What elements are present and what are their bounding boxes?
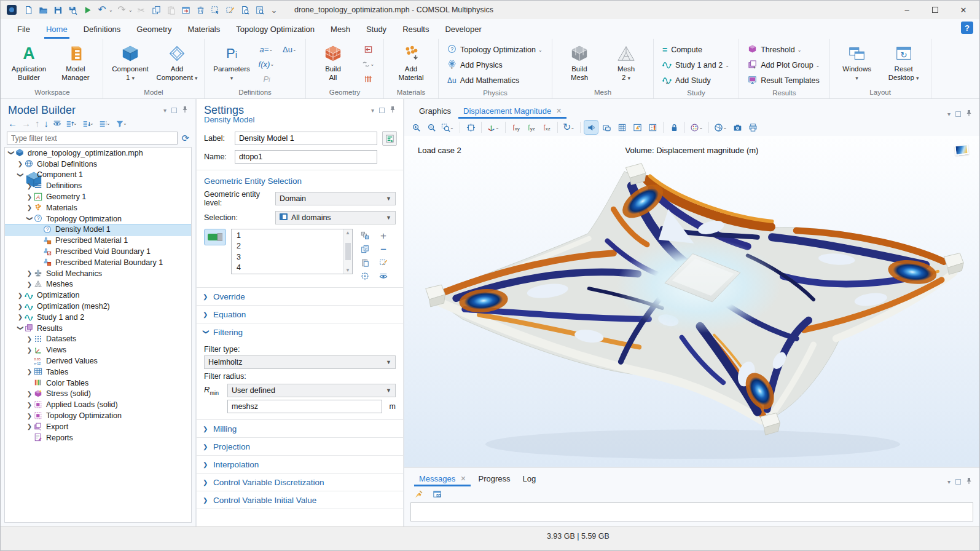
messages-tab-log[interactable]: Log xyxy=(517,470,543,486)
tree-expander-icon[interactable]: ❯ xyxy=(26,368,33,375)
minimize-button[interactable]: – xyxy=(895,2,919,18)
pin-panel-icon[interactable] xyxy=(966,109,972,119)
filter-type-dropdown[interactable]: Helmholtz▼ xyxy=(204,355,396,369)
label-field[interactable] xyxy=(235,132,377,145)
tree-item-materials[interactable]: ❯Materials xyxy=(5,202,191,213)
messages-content[interactable] xyxy=(410,502,973,521)
ribbon-tab-geometry[interactable]: Geometry xyxy=(128,19,179,39)
go-to-source-button[interactable] xyxy=(382,131,397,146)
view-yz-icon[interactable]: yz xyxy=(525,121,538,134)
new-file-icon[interactable] xyxy=(22,3,35,17)
filter-icon[interactable]: ⌄ xyxy=(116,119,128,128)
add-study-button[interactable]: Add Study xyxy=(659,73,734,88)
section-control-variable-discretization[interactable]: ❯Control Variable Discretization xyxy=(197,473,403,491)
tree-item-applied-loads-solid[interactable]: ❯Applied Loads (solid) xyxy=(5,399,191,410)
redo-icon[interactable]: ↷ xyxy=(115,3,128,17)
close-tab-icon[interactable]: ✕ xyxy=(460,475,466,483)
float-panel-icon[interactable] xyxy=(955,479,961,485)
save-and-find-icon[interactable] xyxy=(66,3,79,17)
tree-item-study-1-and-2[interactable]: ❯Study 1 and 2 xyxy=(5,312,191,323)
tree-expander-icon[interactable]: ❯ xyxy=(26,194,33,200)
environment-reflections-icon[interactable] xyxy=(600,121,613,134)
threshold-button[interactable]: Threshold⌄ xyxy=(744,42,824,57)
filter-radius-mode-dropdown[interactable]: User defined▼ xyxy=(227,384,396,397)
selection-list-item[interactable]: 1 xyxy=(232,230,343,241)
add-mathematics-button[interactable]: ΔuAdd Mathematics xyxy=(444,73,547,88)
add-plot-group-button[interactable]: Add Plot Group⌄ xyxy=(744,58,824,73)
tree-expander-icon[interactable]: ❯ xyxy=(26,270,33,277)
float-panel-icon[interactable] xyxy=(955,111,961,117)
graphics-tab-displacement-magnitude[interactable]: Displacement Magnitude✕ xyxy=(457,103,568,119)
tree-expander-icon[interactable]: ❯ xyxy=(26,204,33,211)
add-material-button[interactable]: AddMaterial xyxy=(389,41,433,82)
ribbon-tab-definitions[interactable]: Definitions xyxy=(76,19,129,39)
run-icon[interactable] xyxy=(80,3,94,17)
tree-item-solid-mechanics[interactable]: ❯Solid Mechanics xyxy=(5,268,191,279)
tree-expander-icon[interactable]: ❯ xyxy=(26,281,33,288)
active-toggle[interactable] xyxy=(204,229,226,245)
tree-item-color-tables[interactable]: Color Tables xyxy=(5,378,191,389)
ribbon-tab-topology-optimization[interactable]: Topology Optimization xyxy=(228,19,323,39)
move-up-icon[interactable]: ↑ xyxy=(35,119,40,128)
add-component-button[interactable]: AddComponent ▾ xyxy=(155,41,199,82)
tree-item-results[interactable]: ❯Results xyxy=(5,323,191,334)
tree-item-density-model-1[interactable]: ?Density Model 1 xyxy=(5,224,191,236)
add-to-selection-icon[interactable]: + xyxy=(376,229,391,242)
expand-all-icon[interactable]: ⌄ xyxy=(82,119,95,128)
save-icon[interactable] xyxy=(51,3,65,17)
tree-item-datasets[interactable]: ❯Datasets xyxy=(5,334,191,345)
tree-item-export[interactable]: ❯Export xyxy=(5,421,191,432)
add-physics-button[interactable]: Add Physics xyxy=(444,58,547,73)
open-file-icon[interactable] xyxy=(36,3,50,17)
tree-item-global-definitions[interactable]: ❯Global Definitions xyxy=(5,159,191,170)
zoom-extents-icon[interactable] xyxy=(464,121,477,134)
variant-button[interactable]: ⌄ xyxy=(358,57,378,71)
tree-expander-icon[interactable]: ❯ xyxy=(26,336,33,343)
customize-toolbar-icon[interactable]: ⌄ xyxy=(267,3,281,17)
reset-desktop-button[interactable]: ↻ResetDesktop ▾ xyxy=(882,41,926,82)
remove-from-selection-icon[interactable]: − xyxy=(376,243,391,255)
partition-button[interactable] xyxy=(358,72,378,86)
tree-item-optimization-mesh2[interactable]: ❯Optimization (mesh2) xyxy=(5,301,191,312)
ribbon-tab-results[interactable]: Results xyxy=(394,19,437,39)
tree-item-drone-topology-optimization-mph[interactable]: ❯drone_topology_optimization.mph xyxy=(5,148,191,159)
select-region-icon[interactable] xyxy=(208,3,222,17)
build-all-button[interactable]: BuildAll xyxy=(311,41,355,82)
result-templates-button[interactable]: Result Templates xyxy=(744,73,824,88)
windows--button[interactable]: Windows▾ xyxy=(835,41,879,82)
tree-expander-icon[interactable]: ❯ xyxy=(17,303,24,310)
tree-item-stress-solid[interactable]: ❯Stress (solid) xyxy=(5,389,191,400)
ribbon-tab-file[interactable]: File xyxy=(9,19,38,39)
tree-expander-icon[interactable]: ❯ xyxy=(17,325,24,332)
tree-expander-icon[interactable]: ❯ xyxy=(26,390,33,397)
view-lock-icon[interactable] xyxy=(667,121,681,134)
maximize-button[interactable] xyxy=(923,2,947,18)
model-manager-button[interactable]: ModelManager xyxy=(53,41,98,82)
tree-expander-icon[interactable]: ❯ xyxy=(17,314,24,320)
model-tree-nodes-icon[interactable]: ⌄ xyxy=(99,119,111,128)
tree-expander-icon[interactable]: ❯ xyxy=(26,347,33,354)
section-control-variable-initial-value[interactable]: ❯Control Variable Initial Value xyxy=(197,491,403,509)
ribbon-tab-home[interactable]: Home xyxy=(38,19,76,39)
tree-expander-icon[interactable]: ❯ xyxy=(17,292,24,299)
selection-list-item[interactable]: 4 xyxy=(232,263,343,274)
tree-item-optimization[interactable]: ❯Optimization xyxy=(5,290,191,301)
color-legend-icon[interactable] xyxy=(646,121,659,134)
section-milling[interactable]: ❯Milling xyxy=(197,419,403,437)
help-button[interactable]: ? xyxy=(961,22,973,34)
show-material-color-icon[interactable] xyxy=(630,121,644,134)
tree-expander-icon[interactable]: ❯ xyxy=(17,161,24,167)
float-panel-icon[interactable] xyxy=(171,108,177,113)
tree-item-definitions[interactable]: ❯Definitions xyxy=(5,180,191,191)
tree-item-tables[interactable]: ❯Tables xyxy=(5,367,191,378)
search-icon[interactable] xyxy=(253,3,266,17)
copy-icon[interactable] xyxy=(149,3,163,17)
listbox-scrollbar[interactable]: ▲▼ xyxy=(343,229,352,274)
parameters--button[interactable]: PiParameters▾ xyxy=(210,41,254,82)
delete-icon[interactable] xyxy=(194,3,207,17)
show-selection-icon[interactable] xyxy=(376,270,391,282)
move-to-window-icon[interactable] xyxy=(179,3,192,17)
tree-item-geometry-1[interactable]: ❯AGeometry 1 xyxy=(5,191,191,202)
paste-icon[interactable] xyxy=(164,3,178,17)
compute-button[interactable]: =Compute xyxy=(659,42,734,57)
